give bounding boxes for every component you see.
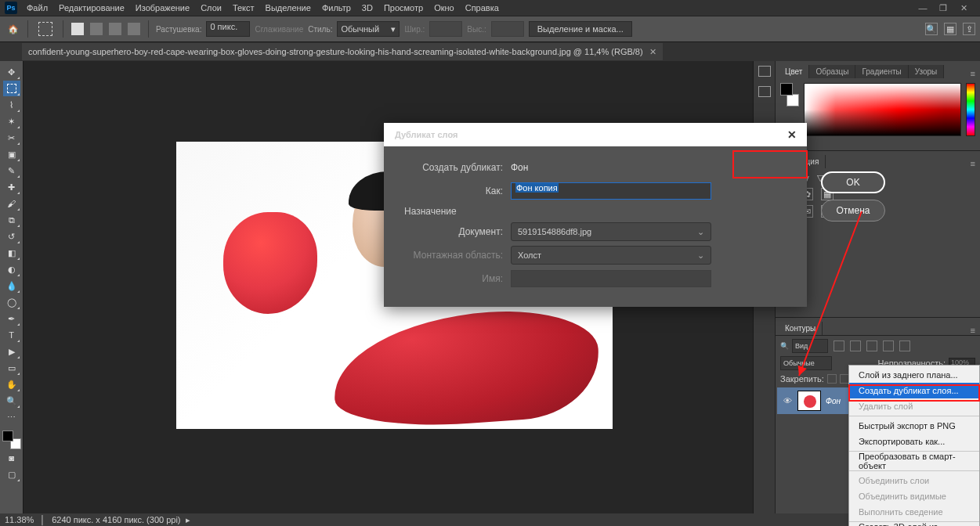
menu-edit[interactable]: Редактирование	[54, 2, 129, 14]
share-icon[interactable]: ⇪	[963, 23, 975, 35]
close-icon[interactable]: ✕	[956, 2, 971, 13]
tab-swatches[interactable]: Образцы	[809, 65, 855, 78]
color-spectrum[interactable]	[804, 83, 961, 136]
cancel-button[interactable]: Отмена	[821, 200, 885, 222]
filter-shape-icon[interactable]	[883, 340, 894, 351]
crop-tool[interactable]: ✂	[3, 130, 20, 146]
quickmask-icon[interactable]: ◙	[3, 450, 20, 466]
selection-subtract-icon[interactable]	[109, 23, 121, 35]
lasso-tool[interactable]: ⌇	[3, 97, 20, 113]
toolbar: ✥ ⌇ ✶ ✂ ▣ ✎ ✚ 🖌 ⧉ ↺ ◧ ◐ 💧 ◯ ✒ T ▶ ▭ ✋ 🔍 …	[0, 61, 24, 513]
restore-icon[interactable]: ❐	[936, 2, 950, 13]
heal-tool[interactable]: ✚	[3, 179, 20, 195]
style-label: Стиль:	[308, 25, 332, 34]
zoom-readout[interactable]: 11.38%	[5, 515, 34, 524]
tab-close-icon[interactable]: ✕	[649, 47, 656, 57]
artboard-select: Холст⌄	[511, 246, 711, 265]
selection-new-icon[interactable]	[71, 23, 84, 35]
menu-view[interactable]: Просмотр	[379, 2, 428, 14]
menu-file[interactable]: Файл	[22, 2, 52, 14]
color-fgbg-swatch[interactable]	[780, 83, 799, 106]
blend-mode-select[interactable]: Обычные	[780, 356, 832, 370]
marquee-tool[interactable]	[3, 81, 20, 96]
menu-text[interactable]: Текст	[228, 2, 259, 14]
home-icon[interactable]: 🏠	[6, 22, 20, 36]
document-select-value: 5919154886df8.jpg	[518, 227, 591, 236]
context-item[interactable]: Быстрый экспорт в PNG	[849, 418, 979, 434]
stamp-tool[interactable]: ⧉	[3, 212, 20, 228]
hand-tool[interactable]: ✋	[3, 376, 20, 392]
dodge-tool[interactable]: ◯	[3, 294, 20, 310]
search-icon[interactable]: 🔍	[925, 23, 938, 35]
move-tool[interactable]: ✥	[3, 64, 20, 80]
ok-button[interactable]: OK	[821, 171, 885, 193]
selection-add-icon[interactable]	[90, 23, 103, 35]
zoom-tool[interactable]: 🔍	[3, 393, 20, 409]
menu-image[interactable]: Изображение	[131, 2, 194, 14]
shape-tool[interactable]: ▭	[3, 360, 20, 376]
filter-adjust-icon[interactable]	[850, 340, 861, 351]
panel-menu-icon[interactable]: ≡	[966, 326, 980, 335]
filter-type-icon[interactable]	[866, 340, 877, 351]
fg-bg-swatch[interactable]	[2, 431, 21, 449]
document-select[interactable]: 5919154886df8.jpg⌄	[511, 222, 711, 241]
tab-patterns[interactable]: Узоры	[909, 65, 945, 78]
menu-3d[interactable]: 3D	[357, 2, 378, 14]
panel-icon[interactable]	[758, 86, 771, 97]
panel-icon[interactable]	[758, 66, 771, 77]
menu-filter[interactable]: Фильтр	[317, 2, 356, 14]
visibility-icon[interactable]: 👁	[782, 395, 793, 406]
lock-position-icon[interactable]	[840, 374, 849, 384]
type-tool[interactable]: T	[3, 327, 20, 343]
as-input-value: Фон копия	[515, 183, 559, 193]
workspace-icon[interactable]: ▦	[944, 23, 956, 35]
document-tabbar: confident-young-superhero-boy-red-cape-w…	[0, 42, 980, 61]
style-select[interactable]: Обычный▾	[337, 21, 400, 37]
height-input	[491, 21, 524, 37]
tab-gradients[interactable]: Градиенты	[855, 65, 908, 78]
select-and-mask-button[interactable]: Выделение и маска...	[529, 21, 632, 37]
document-tab-label: confident-young-superhero-boy-red-cape-w…	[28, 47, 643, 56]
hue-slider[interactable]	[966, 83, 975, 136]
layer-filter-kind[interactable]: Вид	[792, 339, 828, 353]
layer-context-menu: Слой из заднего плана...Создать дубликат…	[848, 365, 980, 526]
panel-menu-icon[interactable]: ≡	[966, 69, 980, 78]
as-label: Как:	[393, 186, 511, 196]
context-item[interactable]: Слой из заднего плана...	[849, 367, 979, 383]
minimize-icon[interactable]: —	[916, 2, 930, 13]
menu-help[interactable]: Справка	[461, 2, 504, 14]
status-chevron-icon[interactable]: ▸	[186, 515, 190, 525]
layer-thumbnail[interactable]	[797, 391, 821, 411]
pen-tool[interactable]: ✒	[3, 311, 20, 326]
tab-paths[interactable]: Контуры	[779, 322, 823, 335]
dialog-close-icon[interactable]: ✕	[785, 128, 799, 142]
filter-pixel-icon[interactable]	[834, 340, 844, 351]
context-item[interactable]: Экспортировать как...	[849, 434, 979, 449]
path-select-tool[interactable]: ▶	[3, 344, 20, 359]
lock-pixels-icon[interactable]	[827, 374, 837, 384]
panel-menu-icon[interactable]: ≡	[966, 159, 980, 168]
tool-preset-icon[interactable]	[38, 22, 52, 36]
gradient-tool[interactable]: ◐	[3, 261, 20, 277]
brush-tool[interactable]: 🖌	[3, 196, 20, 211]
history-brush-tool[interactable]: ↺	[3, 229, 20, 244]
as-input[interactable]: Фон копия	[511, 182, 711, 200]
feather-input[interactable]: 0 пикс.	[206, 21, 250, 37]
selection-intersect-icon[interactable]	[128, 23, 140, 35]
filter-smart-icon[interactable]	[899, 340, 910, 351]
eraser-tool[interactable]: ◧	[3, 245, 20, 261]
menu-select[interactable]: Выделение	[261, 2, 316, 14]
context-item[interactable]: Преобразовать в смарт-объект	[849, 453, 979, 469]
width-input	[429, 21, 462, 37]
eyedropper-tool[interactable]: ✎	[3, 163, 20, 178]
screenmode-icon[interactable]: ▢	[3, 467, 20, 482]
menu-window[interactable]: Окно	[429, 2, 459, 14]
tab-color[interactable]: Цвет	[779, 65, 809, 78]
edit-toolbar-icon[interactable]: ⋯	[3, 409, 20, 425]
context-item[interactable]: Создать дубликат слоя...	[849, 383, 979, 398]
menu-layers[interactable]: Слои	[196, 2, 226, 14]
document-tab[interactable]: confident-young-superhero-boy-red-cape-w…	[22, 43, 663, 60]
frame-tool[interactable]: ▣	[3, 146, 20, 162]
wand-tool[interactable]: ✶	[3, 113, 20, 129]
blur-tool[interactable]: 💧	[3, 278, 20, 294]
